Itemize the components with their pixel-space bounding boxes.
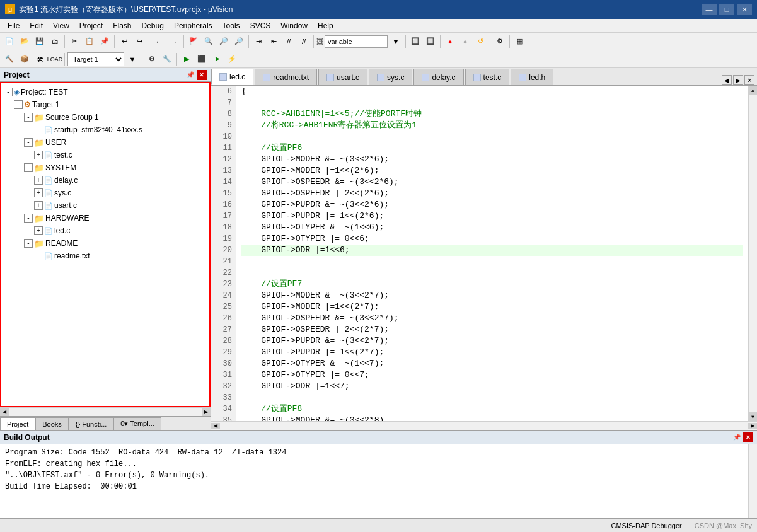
config-btn2[interactable]: 🔧: [160, 52, 174, 66]
bookmark-button[interactable]: 🚩: [187, 35, 200, 49]
build-vscroll[interactable]: [748, 444, 757, 518]
tree-item[interactable]: -📁Source Group 1: [1, 111, 209, 124]
tree-item[interactable]: -📁README: [1, 237, 209, 250]
tabs-scroll-right[interactable]: ▶: [733, 75, 743, 85]
tab-sys-c[interactable]: sys.c: [369, 69, 412, 85]
close-button[interactable]: ✕: [737, 4, 752, 15]
flash-btn[interactable]: ⚡: [225, 52, 239, 66]
tab-test-c[interactable]: test.c: [465, 69, 510, 85]
code-scroll-right[interactable]: ▶: [748, 423, 757, 429]
paste-button[interactable]: 📌: [98, 35, 112, 49]
code-scroll-left[interactable]: ◀: [211, 423, 220, 429]
bottom-tab-2[interactable]: {} Functi...: [69, 417, 114, 430]
pin-button[interactable]: 📌: [185, 70, 195, 80]
scroll-up[interactable]: ▲: [749, 86, 757, 95]
save-all-button[interactable]: 🗂: [48, 35, 62, 49]
target-dropdown[interactable]: ▼: [125, 52, 139, 66]
code-content[interactable]: { RCC->AHB1ENR|=1<<5;//使能PORTF时钟 //将RCC-…: [236, 86, 748, 421]
tree-item[interactable]: 📄readme.txt: [1, 250, 209, 262]
menu-item-help[interactable]: Help: [313, 20, 338, 32]
bottom-tab-1[interactable]: Books: [35, 417, 69, 430]
find-button[interactable]: 🔍: [202, 35, 216, 49]
bottom-tab-0[interactable]: Project: [0, 417, 35, 430]
tabs-close-all[interactable]: ✕: [744, 75, 754, 85]
bottom-tab-3[interactable]: 0▾ Templ...: [113, 417, 161, 430]
menu-item-flash[interactable]: Flash: [108, 20, 136, 32]
left-hscroll[interactable]: ◀ ▶: [0, 407, 211, 416]
config-btn1[interactable]: ⚙: [145, 52, 159, 66]
tree-item[interactable]: -⚙Target 1: [1, 98, 209, 111]
code-hscroll[interactable]: ◀ ▶: [211, 421, 757, 430]
indent-button[interactable]: ⇥: [251, 35, 265, 49]
cut-button[interactable]: ✂: [67, 35, 81, 49]
tree-item[interactable]: -📁USER: [1, 136, 209, 149]
tree-item[interactable]: +📄delay.c: [1, 174, 209, 187]
circle-orange[interactable]: ↺: [473, 35, 487, 49]
new-file-button[interactable]: 📄: [3, 35, 16, 49]
circle-red[interactable]: ●: [443, 35, 457, 49]
panel-close-button[interactable]: ✕: [197, 70, 207, 80]
left-scroll-left[interactable]: ◀: [0, 408, 9, 416]
tab-usart-c[interactable]: usart.c: [318, 69, 367, 85]
build-btn4[interactable]: LOAD: [48, 52, 62, 66]
title-controls: — □ ✕: [702, 4, 752, 15]
search-go-button[interactable]: ▼: [389, 35, 403, 49]
menu-item-svcs[interactable]: SVCS: [245, 20, 276, 32]
tabs-scroll-left[interactable]: ◀: [722, 75, 732, 85]
menu-item-tools[interactable]: Tools: [217, 20, 245, 32]
menu-item-edit[interactable]: Edit: [25, 20, 48, 32]
menu-item-peripherals[interactable]: Peripherals: [169, 20, 217, 32]
tree-item[interactable]: -📁SYSTEM: [1, 161, 209, 174]
menu-item-project[interactable]: Project: [74, 20, 108, 32]
tree-item[interactable]: +📄sys.c: [1, 187, 209, 199]
tree-item[interactable]: 📄startup_stm32f40_41xxx.s: [1, 124, 209, 136]
build-pin-btn[interactable]: 📌: [732, 432, 742, 442]
stop-btn[interactable]: ⬛: [195, 52, 209, 66]
uncomment-button[interactable]: //: [297, 35, 311, 49]
menu-item-file[interactable]: File: [3, 20, 25, 32]
maximize-button[interactable]: □: [719, 4, 734, 15]
tree-item[interactable]: +📄usart.c: [1, 199, 209, 212]
tree-item[interactable]: +📄test.c: [1, 149, 209, 161]
tab-readme-txt[interactable]: readme.txt: [255, 69, 317, 85]
scroll-down[interactable]: ▼: [749, 412, 757, 421]
open-button[interactable]: 📂: [18, 35, 32, 49]
run-btn[interactable]: ▶: [180, 52, 194, 66]
search-input[interactable]: [325, 35, 388, 48]
left-scroll-right[interactable]: ▶: [202, 408, 211, 416]
build-btn2[interactable]: 📦: [18, 52, 32, 66]
tree-item[interactable]: -📁HARDWARE: [1, 212, 209, 224]
tab-delay-c[interactable]: delay.c: [413, 69, 463, 85]
menu-item-window[interactable]: Window: [275, 20, 313, 32]
unindent-button[interactable]: ⇤: [267, 35, 280, 49]
minimize-button[interactable]: —: [702, 4, 717, 15]
build-btn3[interactable]: 🛠: [33, 52, 47, 66]
tree-item[interactable]: +📄led.c: [1, 224, 209, 237]
build-close-btn[interactable]: ✕: [743, 432, 753, 442]
gear-btn1[interactable]: ⚙: [493, 35, 507, 49]
comment-button[interactable]: //: [282, 35, 296, 49]
find2-button[interactable]: 🔎: [217, 35, 231, 49]
tab-led-h[interactable]: led.h: [511, 69, 553, 85]
redo-button[interactable]: ↪: [132, 35, 146, 49]
debugger-btn1[interactable]: 🔲: [408, 35, 422, 49]
build-output-panel: Build Output 📌 ✕ Program Size: Code=1552…: [0, 430, 757, 518]
nav-forward-button[interactable]: →: [167, 35, 181, 49]
line-number: 11: [215, 142, 232, 154]
code-vscroll[interactable]: ▲ ▼: [748, 86, 757, 421]
menu-item-view[interactable]: View: [48, 20, 74, 32]
tab-led-c[interactable]: led.c: [211, 69, 253, 85]
copy-button[interactable]: 📋: [83, 35, 96, 49]
build-btn1[interactable]: 🔨: [3, 52, 16, 66]
find3-button[interactable]: 🔎: [232, 35, 246, 49]
tree-item[interactable]: -◈Project: TEST: [1, 86, 209, 98]
nav-back-button[interactable]: ←: [152, 35, 166, 49]
debugger-btn2[interactable]: 🔲: [424, 35, 437, 49]
target-selector[interactable]: Target 1: [67, 52, 124, 66]
menu-item-debug[interactable]: Debug: [137, 20, 169, 32]
step-btn[interactable]: ➤: [210, 52, 224, 66]
circle-gray1[interactable]: ●: [458, 35, 472, 49]
undo-button[interactable]: ↩: [117, 35, 131, 49]
grid-btn[interactable]: ▦: [512, 35, 526, 49]
save-button[interactable]: 💾: [33, 35, 47, 49]
